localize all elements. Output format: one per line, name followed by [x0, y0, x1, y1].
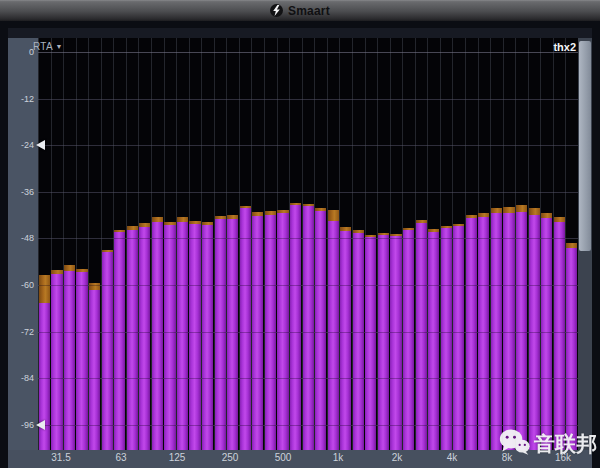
peak-hold-cap — [416, 220, 427, 223]
peak-hold-cap — [378, 233, 389, 235]
db-tick-label: -48 — [8, 233, 34, 243]
peak-hold-cap — [202, 222, 213, 225]
peak-hold-cap — [240, 206, 251, 208]
spectrum-bar — [290, 205, 301, 450]
peak-hold-cap — [403, 228, 414, 230]
spectrum-bar — [315, 211, 326, 450]
peak-hold-cap — [453, 224, 464, 226]
horizontal-gridline-overlay — [38, 52, 578, 53]
frequency-tick-label: 2k — [392, 452, 403, 463]
db-tick-label: -60 — [8, 280, 34, 290]
spectrum-bar — [340, 231, 351, 450]
horizontal-gridline-overlay — [38, 285, 578, 286]
horizontal-gridline-overlay — [38, 145, 578, 146]
db-tick-label: -96 — [8, 420, 34, 430]
peak-hold-cap — [127, 226, 138, 230]
spectrum-bar — [566, 248, 577, 450]
peak-hold-cap — [252, 212, 263, 216]
peak-hold-cap — [227, 215, 238, 219]
peak-hold-cap — [189, 221, 200, 224]
spectrum-bar — [303, 206, 314, 450]
horizontal-gridline-overlay — [38, 192, 578, 193]
spectrum-bar — [189, 224, 200, 450]
spectrum-bar — [215, 219, 226, 450]
spectrum-bar — [139, 227, 150, 450]
peak-hold-cap — [516, 205, 527, 212]
spectrum-bar — [114, 232, 125, 450]
watermark: 音联邦 — [499, 428, 597, 459]
peak-hold-cap — [265, 211, 276, 215]
db-tick-label: -84 — [8, 373, 34, 383]
peak-hold-cap — [541, 213, 552, 218]
peak-hold-cap — [390, 234, 401, 236]
peak-hold-cap — [315, 208, 326, 211]
peak-hold-cap — [441, 226, 452, 228]
spectrum-bar — [453, 226, 464, 450]
peak-hold-cap — [303, 204, 314, 206]
peak-hold-cap — [491, 208, 502, 213]
mode-dropdown[interactable]: RTA ▼ — [33, 41, 63, 52]
horizontal-gridline-overlay — [38, 378, 578, 379]
peak-hold-cap — [215, 216, 226, 219]
peak-hold-cap — [466, 215, 477, 218]
spectrum-bar — [416, 223, 427, 450]
window-title: Smaart — [288, 4, 330, 18]
spectrum-bar — [466, 218, 477, 450]
peak-hold-cap — [328, 210, 339, 221]
frequency-tick-label: 1k — [333, 452, 344, 463]
chevron-down-icon: ▼ — [56, 43, 63, 50]
peak-hold-cap — [177, 217, 188, 222]
db-tick-label: -12 — [8, 94, 34, 104]
db-tick-label: 0 — [8, 47, 34, 57]
trace-name-badge: thx2 — [553, 41, 576, 53]
db-tick-label: -72 — [8, 327, 34, 337]
wechat-icon — [499, 428, 530, 459]
peak-hold-cap — [64, 265, 75, 271]
spectrum-bar — [89, 290, 100, 450]
peak-hold-cap — [164, 222, 175, 225]
peak-hold-cap — [554, 217, 565, 222]
threshold-marker-icon[interactable] — [36, 420, 45, 430]
horizontal-gridline-overlay — [38, 332, 578, 333]
spectrum-bar — [64, 271, 75, 450]
title-bar[interactable]: Smaart — [0, 0, 600, 22]
spectrum-bar — [127, 230, 138, 450]
peak-hold-cap — [152, 217, 163, 222]
peak-hold-cap — [139, 223, 150, 227]
right-scrollbar-thumb[interactable] — [579, 41, 591, 251]
threshold-marker-icon[interactable] — [36, 140, 45, 150]
smaart-logo-icon — [270, 4, 283, 17]
spectrum-bar — [252, 216, 263, 450]
horizontal-gridline-overlay — [38, 425, 578, 426]
spectrum-bar — [51, 274, 62, 450]
spectrum-bar — [353, 233, 364, 450]
spectrum-bar — [441, 228, 452, 450]
peak-hold-cap — [114, 230, 125, 232]
peak-hold-cap — [51, 270, 62, 274]
rta-plot-area — [38, 38, 578, 450]
peak-hold-cap — [277, 210, 288, 213]
peak-hold-cap — [340, 227, 351, 231]
peak-hold-cap — [503, 207, 514, 213]
peak-hold-cap — [39, 275, 50, 303]
spectrum-bar — [403, 230, 414, 450]
spectrum-bar — [240, 208, 251, 450]
spectrum-bar — [152, 222, 163, 450]
spectrum-bar — [227, 219, 238, 450]
peak-hold-cap — [478, 213, 489, 217]
peak-hold-cap — [566, 243, 577, 248]
horizontal-gridline-overlay — [38, 99, 578, 100]
peak-hold-cap — [102, 250, 113, 252]
spectrum-bar — [76, 272, 87, 450]
spectrum-bar — [554, 222, 565, 450]
peak-hold-cap — [428, 229, 439, 232]
frequency-tick-label: 63 — [115, 452, 126, 463]
frequency-tick-label: 31.5 — [51, 452, 70, 463]
smaart-window: Smaart RTA ▼ thx2 音联邦 0-12-24-36-48-60-7… — [0, 0, 600, 468]
peak-hold-cap — [353, 230, 364, 233]
spectrum-bar — [177, 222, 188, 450]
spectrum-bar — [328, 221, 339, 450]
spectrum-bar — [478, 217, 489, 450]
peak-hold-cap — [290, 203, 301, 205]
frequency-tick-label: 4k — [447, 452, 458, 463]
